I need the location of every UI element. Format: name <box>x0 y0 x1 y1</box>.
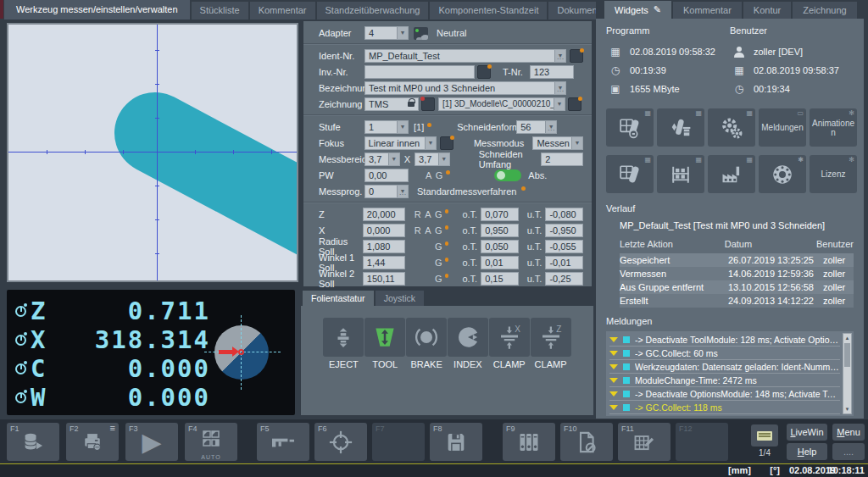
meldung-item[interactable]: Werkzeugdaten: Datensatz geladen: Ident-… <box>609 360 840 374</box>
meldung-item[interactable]: ModuleChange-Time: 2472 ms <box>609 374 840 387</box>
meldung-item[interactable]: -> GC.Collect: 60 ms <box>609 347 840 360</box>
f5-caliper-button[interactable]: F5 <box>257 423 309 461</box>
winkel1-ot-input[interactable]: 0,01 <box>481 256 519 269</box>
brake-button[interactable]: BRAKE <box>406 318 448 369</box>
scroll-up-icon[interactable]: ▲ <box>843 334 851 342</box>
camera-measuring-view[interactable] <box>7 23 298 282</box>
tab-werkzeug-messen[interactable]: Werkzeug messen/einstellen/verwalten <box>4 0 190 19</box>
stufe-select[interactable]: 1▼ <box>364 120 409 134</box>
clamp-x-button[interactable]: X CLAMP <box>488 318 530 369</box>
zeichnung-file-combo[interactable]: [1] 3D_Modelle\C_00000210_CAD.stp▼ <box>438 97 565 111</box>
tab-stueckliste[interactable]: Stückliste <box>192 2 248 19</box>
f9-archive-button[interactable]: F9 <box>503 423 555 461</box>
f8-save-button[interactable]: F8 <box>430 423 482 461</box>
tool-clamp-button[interactable]: TOOL <box>364 318 406 369</box>
z-soll-input[interactable]: 20,000 <box>363 208 405 221</box>
messbereich-y-select[interactable]: 3,7▼ <box>415 153 450 166</box>
widget-lizenz-button[interactable]: ✻ Lizenz <box>810 155 857 193</box>
f4-auto-view-button[interactable]: F4 AUTO <box>185 423 237 461</box>
z-ot-input[interactable]: 0,070 <box>481 208 519 221</box>
inv-nr-input[interactable] <box>364 65 475 79</box>
t-nr-input[interactable]: 123 <box>530 65 574 79</box>
eject-button[interactable]: EJECT <box>323 318 364 369</box>
winkel1-ut-input[interactable]: -0,01 <box>545 256 583 269</box>
index-button[interactable]: INDEX <box>447 318 488 369</box>
tab-widget-kommentar[interactable]: Kommentar <box>673 2 742 19</box>
widget-badge-icon: ▦ <box>644 156 651 164</box>
meldung-item-selected[interactable]: -> GC.Collect: 118 ms <box>609 401 840 414</box>
axis-value: 0.000 <box>56 383 210 412</box>
radius-ot-input[interactable]: 0,050 <box>481 240 519 253</box>
zeichnung-input[interactable]: TMS <box>364 97 419 111</box>
crosshair-vertical <box>157 25 158 280</box>
widget-bearing-button[interactable]: ✱ <box>759 155 806 193</box>
warning-triangle-icon <box>609 391 618 397</box>
radius-soll-input[interactable]: 1,080 <box>363 240 405 253</box>
measure-row-label: Winkel 2 Soll <box>312 269 363 289</box>
more-button[interactable]: .... <box>832 443 865 460</box>
widget-animationen-button[interactable]: ✻ Animationen <box>810 108 857 147</box>
schneidenform-select[interactable]: 56▼ ... <box>516 120 557 134</box>
inv-options-button[interactable] <box>477 65 491 79</box>
widget-factory-button[interactable]: ▦ <box>708 155 755 193</box>
adapter-camera-icon[interactable] <box>414 27 428 40</box>
axis-name: X <box>31 325 56 354</box>
chevron-down-icon: ▼ <box>438 153 449 165</box>
meldung-item[interactable]: -> Deactivate ToolModule: 128 ms; Activa… <box>609 333 840 347</box>
f6-crosshair-button[interactable]: F6 <box>314 423 367 461</box>
widget-meldungen-button[interactable]: ▭ Meldungen <box>759 108 806 147</box>
widget-tool-manage-button[interactable]: ▦ <box>606 155 654 193</box>
zeichnung-options-button[interactable] <box>421 97 435 111</box>
tab-widget-zeichnung[interactable]: Zeichnung <box>793 2 856 19</box>
widget-tool-measure-button[interactable]: ▦ <box>606 108 654 147</box>
winkel2-ot-input[interactable]: 0,15 <box>481 272 519 286</box>
f10-clear-document-button[interactable]: F10 <box>560 423 613 461</box>
winkel2-soll-input[interactable]: 150,11 <box>363 272 405 286</box>
widget-tool-magazine-button[interactable]: ▦ <box>657 108 704 147</box>
scroll-down-icon[interactable]: ▼ <box>843 405 851 413</box>
x-ot-input[interactable]: 0,950 <box>481 224 519 237</box>
meldungen-scrollbar[interactable]: ▲ ▼ <box>843 333 852 414</box>
f3-start-measure-button[interactable]: F3 ▶ <box>125 423 178 461</box>
tab-kommentar[interactable]: Kommentar <box>250 2 315 19</box>
f11-edit-table-button[interactable]: F11 <box>618 423 670 461</box>
adapter-select[interactable]: 4▼ <box>364 26 409 40</box>
help-button[interactable]: Help <box>787 443 827 460</box>
widget-storage-button[interactable]: ▦ <box>657 155 704 193</box>
tab-joystick[interactable]: Joystick <box>376 291 424 306</box>
abs-toggle[interactable] <box>494 169 521 181</box>
x-ut-input[interactable]: -0,950 <box>545 224 583 237</box>
pw-ag-flags: A G <box>426 170 443 180</box>
ident-nr-combo[interactable]: MP_Default_Test▼ ... <box>364 49 566 63</box>
messprog-select[interactable]: 0▼ ... <box>364 185 409 198</box>
fokus-options-button[interactable] <box>440 136 453 150</box>
x-soll-input[interactable]: 0,000 <box>363 224 405 237</box>
onscreen-keyboard-button[interactable] <box>751 424 778 446</box>
livewin-button[interactable]: LiveWin <box>787 424 827 441</box>
bezeichnung-combo[interactable]: Test mit MP0 und 3 Schneiden▼ ... <box>364 81 566 95</box>
winkel1-soll-input[interactable]: 1,44 <box>363 256 405 269</box>
zeichnung-file-button[interactable] <box>568 97 581 111</box>
messmodus-select[interactable]: Messen b▼ <box>532 136 583 150</box>
menu-button[interactable]: Menu <box>832 424 865 441</box>
ident-options-button[interactable] <box>570 49 583 63</box>
f2-print-button[interactable]: F2 ≡ <box>66 423 119 461</box>
clamp-z-button[interactable]: Z CLAMP <box>530 318 571 369</box>
tab-komponenten-standzeit[interactable]: Komponenten-Standzeit <box>430 2 547 19</box>
fokus-select[interactable]: Linear innen▼ <box>364 136 437 150</box>
z-ut-input[interactable]: -0,080 <box>545 208 583 221</box>
tab-folientastatur[interactable]: Folientastatur <box>303 291 374 306</box>
radius-ut-input[interactable]: -0,055 <box>545 240 583 253</box>
tab-widgets[interactable]: Widgets✎ <box>604 1 671 19</box>
meldungen-list[interactable]: -> Deactivate ToolModule: 128 ms; Activa… <box>606 331 854 416</box>
widget-settings-button[interactable]: ▦ <box>708 108 755 147</box>
meldung-item[interactable]: -> Deactivate OptionsModule: 148 ms; Act… <box>609 387 840 401</box>
schneiden-umfang-input[interactable]: 2 <box>541 153 583 166</box>
scrollbar-thumb[interactable] <box>844 343 850 367</box>
winkel2-ut-input[interactable]: -0,25 <box>545 272 583 286</box>
messbereich-x-select[interactable]: 3,7▼ <box>364 153 400 166</box>
f1-database-button[interactable]: F1 <box>7 423 59 461</box>
tab-standzeitueberwachung[interactable]: Standzeitüberwachung <box>317 2 429 19</box>
pw-input[interactable]: 0,00 <box>364 169 409 182</box>
tab-kontur[interactable]: Kontur <box>743 2 791 19</box>
